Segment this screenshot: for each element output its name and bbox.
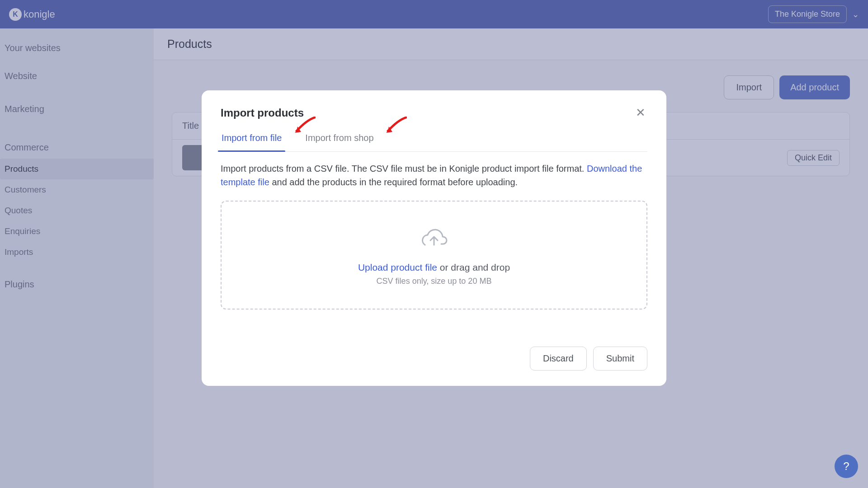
close-button[interactable]: ✕ [634,107,647,118]
annotation-arrow-icon [384,117,407,136]
upload-file-link[interactable]: Upload product file [358,262,437,272]
cloud-upload-icon [231,228,637,249]
modal-description: Import products from a CSV file. The CSV… [221,162,647,189]
discard-button[interactable]: Discard [530,347,587,371]
tab-import-from-shop[interactable]: Import from shop [304,127,374,151]
tab-import-from-file[interactable]: Import from file [221,127,283,151]
help-fab[interactable]: ? [835,455,858,478]
import-products-modal: Import products ✕ Import from file Impor… [202,90,666,386]
help-icon: ? [843,460,849,473]
upload-line: Upload product file or drag and drop [231,262,637,273]
submit-button[interactable]: Submit [593,347,647,371]
modal-overlay: Import products ✕ Import from file Impor… [0,0,868,488]
modal-tabs: Import from file Import from shop [221,127,647,152]
upload-hint: CSV files only, size up to 20 MB [231,277,637,286]
close-icon: ✕ [636,106,646,119]
modal-title: Import products [221,107,304,119]
file-dropzone[interactable]: Upload product file or drag and drop CSV… [221,201,647,310]
